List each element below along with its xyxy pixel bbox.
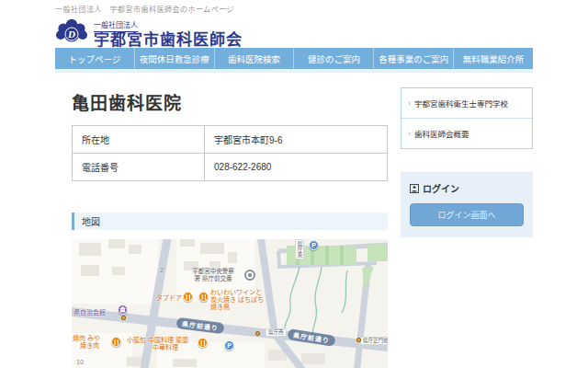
civic-hall-label: 県自治会館 <box>74 307 106 316</box>
content-column: 亀田歯科医院 所在地 宇都宮市本町9-6 電話番号 028-622-2680 地… <box>72 80 388 368</box>
sidebar-link-label: 歯科医師会概要 <box>414 128 469 139</box>
civic-hall-icon[interactable] <box>118 305 128 315</box>
restaurant-label: タブドア <box>156 294 182 302</box>
bus-stop-label: 県庁西 <box>266 328 287 337</box>
main-nav: トップページ 夜間休日救急診療 歯科医院検索 健診のご案内 各種事業のご案内 無… <box>55 48 533 73</box>
road-name-label: 県庁東通り <box>295 239 304 259</box>
nav-item-top[interactable]: トップページ <box>55 48 134 69</box>
traffic-signal-icon <box>121 316 126 320</box>
restaurant-label: わいわいワインと炭火焼き ばちばち 焼き鳥 <box>210 289 264 311</box>
nav-item-checkup[interactable]: 健診のご案内 <box>293 48 373 69</box>
police-box-icon[interactable] <box>244 270 255 281</box>
bus-stop-label: 県庁正門前 <box>360 337 388 345</box>
traffic-signal-icon <box>356 338 361 342</box>
site-brand[interactable]: D 一般社団法人 宇都宮市歯科医師会 <box>55 17 533 48</box>
chevron-right-icon: › <box>408 130 411 137</box>
map-section-title: 地図 <box>82 214 100 228</box>
parking-icon[interactable]: P <box>224 340 234 351</box>
svg-text:D: D <box>67 29 75 40</box>
restaurant-label: 小籠包 中国料理 菜蘭 中華料理 <box>127 337 188 351</box>
restaurant-icon[interactable] <box>198 338 208 348</box>
map-embed[interactable]: 2 10 県自治会館 宇都宮中央警察署 県庁前交番 タブドア <box>72 239 388 368</box>
sidebar: › 宇都宮歯科衛生士専門学校 › 歯科医師会概要 <box>401 87 533 368</box>
map-block-number: 2 <box>160 267 164 273</box>
phone-value: 028-622-2680 <box>205 154 388 181</box>
restaurant-icon[interactable] <box>183 292 193 302</box>
sidebar-links-box: › 宇都宮歯科衛生士専門学校 › 歯科医師会概要 <box>401 87 533 149</box>
login-title: ログイン <box>410 181 524 195</box>
table-row: 所在地 宇都宮市本町9-6 <box>73 126 388 154</box>
nav-item-programs[interactable]: 各種事業のご案内 <box>373 48 453 69</box>
site-container: 一般社団法人 宇都宮市歯科医師会のホームページ D 一般社団法人 宇都宮市歯科医… <box>55 0 533 368</box>
login-box: ログイン ログイン画面へ <box>401 172 533 237</box>
address-label: 所在地 <box>73 126 205 154</box>
chevron-right-icon: › <box>408 99 411 107</box>
nav-item-search[interactable]: 歯科医院検索 <box>214 48 294 69</box>
nav-item-employment[interactable]: 無料職業紹介所 <box>453 48 533 69</box>
clinic-name-heading: 亀田歯科医院 <box>72 89 388 114</box>
brand-text: 一般社団法人 宇都宮市歯科医師会 <box>94 15 243 49</box>
login-button[interactable]: ログイン画面へ <box>410 203 524 226</box>
address-value: 宇都宮市本町9-6 <box>205 126 388 154</box>
site-tagline: 一般社団法人 宇都宮市歯科医師会のホームページ <box>55 0 533 14</box>
sidebar-link-hygienist-school[interactable]: › 宇都宮歯科衛生士専門学校 <box>401 88 532 118</box>
page: 一般社団法人 宇都宮市歯科医師会のホームページ D 一般社団法人 宇都宮市歯科医… <box>0 0 588 368</box>
association-logo-icon: D <box>55 17 88 47</box>
parking-icon[interactable]: P <box>309 240 319 250</box>
map-block-number: 10 <box>76 359 84 365</box>
restaurant-icon[interactable] <box>111 337 121 347</box>
clinic-info-table: 所在地 宇都宮市本町9-6 電話番号 028-622-2680 <box>72 125 388 181</box>
sidebar-link-association-overview[interactable]: › 歯科医師会概要 <box>401 118 532 148</box>
sidebar-link-label: 宇都宮歯科衛生士専門学校 <box>414 98 508 109</box>
nav-item-emergency[interactable]: 夜間休日救急診療 <box>134 48 214 69</box>
main-area: 亀田歯科医院 所在地 宇都宮市本町9-6 電話番号 028-622-2680 地… <box>55 80 533 368</box>
police-box-label: 宇都宮中央警察署 県庁前交番 <box>184 268 243 282</box>
traffic-signal-icon <box>255 331 260 336</box>
site-title: 宇都宮市歯科医師会 <box>94 31 243 49</box>
table-row: 電話番号 028-622-2680 <box>73 154 388 181</box>
map-section-header: 地図 <box>72 213 388 230</box>
login-icon <box>410 184 419 193</box>
restaurant-icon[interactable] <box>198 292 209 302</box>
restaurant-label: 焼肉 みや 焼き肉 <box>73 335 100 350</box>
phone-label: 電話番号 <box>73 154 205 181</box>
